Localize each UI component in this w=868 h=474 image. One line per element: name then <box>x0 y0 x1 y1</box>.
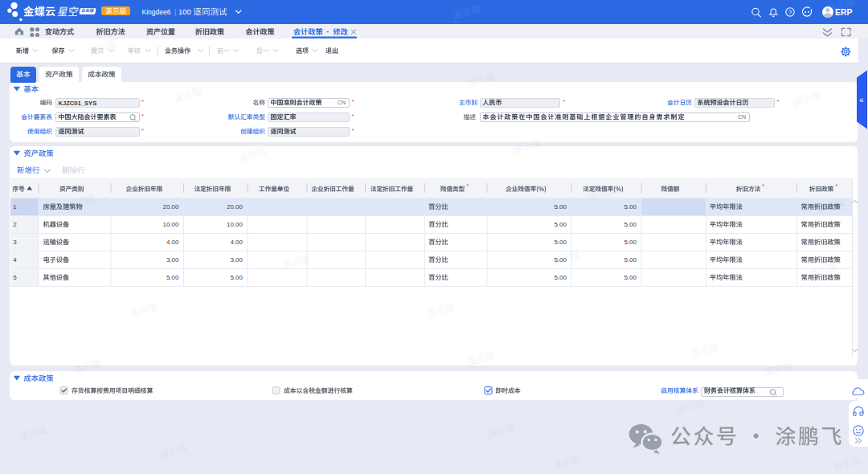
svg-text:*: * <box>352 98 354 105</box>
svg-text:*: * <box>141 98 144 105</box>
svg-text:3.00: 3.00 <box>166 256 179 264</box>
svg-text:CN: CN <box>738 114 746 120</box>
svg-text:KJZC01_SYS: KJZC01_SYS <box>59 100 97 107</box>
svg-text:5.00: 5.00 <box>554 221 567 228</box>
svg-text:1: 1 <box>13 203 17 210</box>
svg-text:3.00: 3.00 <box>230 256 243 264</box>
svg-text:5.00: 5.00 <box>624 221 637 228</box>
svg-text:5.00: 5.00 <box>554 274 567 281</box>
svg-text:|: | <box>174 8 176 16</box>
svg-text:*: * <box>835 182 837 190</box>
svg-text:3: 3 <box>13 239 17 246</box>
svg-text:4.00: 4.00 <box>230 239 243 246</box>
svg-text:20.00: 20.00 <box>162 203 179 210</box>
svg-text:5.00: 5.00 <box>624 203 637 210</box>
svg-text:*: * <box>352 112 354 120</box>
svg-text:2: 2 <box>13 221 17 228</box>
svg-text:*: * <box>466 182 469 190</box>
svg-text:CN: CN <box>338 100 346 105</box>
svg-text:20.00: 20.00 <box>227 203 244 210</box>
svg-text:4: 4 <box>13 256 17 264</box>
svg-text:«: « <box>859 96 864 104</box>
svg-text:5.00: 5.00 <box>624 256 637 264</box>
svg-text:5.00: 5.00 <box>554 256 567 264</box>
svg-text:*: * <box>777 98 780 105</box>
svg-text:5.00: 5.00 <box>554 239 567 246</box>
svg-text:100: 100 <box>178 7 191 16</box>
svg-text:*: * <box>762 182 764 190</box>
svg-text:*: * <box>141 127 144 134</box>
svg-text:5.00: 5.00 <box>230 274 243 281</box>
svg-text:4.00: 4.00 <box>166 239 179 246</box>
svg-text:*: * <box>352 127 354 134</box>
svg-text:5.00: 5.00 <box>166 274 179 281</box>
svg-text:10.00: 10.00 <box>227 221 244 228</box>
svg-text:Kingdee6: Kingdee6 <box>142 8 171 16</box>
svg-text:5.00: 5.00 <box>624 239 637 246</box>
svg-text:?: ? <box>788 9 792 16</box>
svg-text:*: * <box>141 112 144 120</box>
svg-text:5.00: 5.00 <box>624 274 637 281</box>
svg-text:10.00: 10.00 <box>162 221 179 228</box>
svg-text:5: 5 <box>13 274 17 281</box>
svg-text:*: * <box>563 98 565 105</box>
svg-text:ERP: ERP <box>835 7 853 17</box>
svg-text:5.00: 5.00 <box>554 203 567 210</box>
